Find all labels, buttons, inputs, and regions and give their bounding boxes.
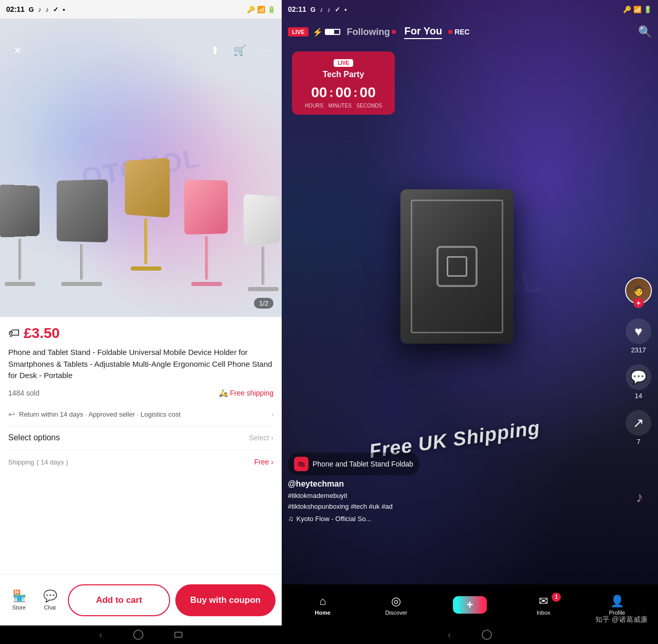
hashtag-2[interactable]: #tiktokshopunboxing #tech #uk #ad bbox=[288, 503, 393, 510]
shipping-right: Free › bbox=[254, 458, 273, 466]
shipping-chevron: › bbox=[271, 458, 273, 466]
live-badge[interactable]: LIVE bbox=[288, 27, 308, 37]
tiktok-top-nav: LIVE ⚡ Following For You REC 🔍 bbox=[282, 19, 658, 45]
creator-avatar-container[interactable]: 🧑 + bbox=[625, 277, 652, 304]
chat-icon: 💬 bbox=[43, 589, 57, 603]
video-content bbox=[307, 51, 607, 481]
right-panel: 02:11 G ♪ ♪ ✓ • 🔑 📶 🔋 OTOKOL LIVE ⚡ Foll… bbox=[282, 0, 658, 644]
follow-plus-button[interactable]: + bbox=[633, 298, 644, 308]
hashtags: #tiktokmademebuyit #tiktokshopunboxing #… bbox=[288, 491, 622, 512]
right-back-button[interactable]: ‹ bbox=[448, 630, 451, 640]
comment-icon: 💬 bbox=[626, 364, 651, 390]
live-card-badge: LIVE bbox=[334, 59, 353, 67]
heart-icon: ♥ bbox=[626, 318, 651, 344]
flash-icon: ⚡ bbox=[313, 27, 323, 37]
product-title: Phone and Tablet Stand - Foldable Univer… bbox=[8, 347, 273, 382]
product-info: 🏷 £3.50 Phone and Tablet Stand - Foldabl… bbox=[0, 317, 282, 574]
share-button-right[interactable]: ↗ 7 bbox=[626, 410, 651, 445]
hours-label: HOURS bbox=[305, 103, 323, 109]
tiktok-check-icon: ✓ bbox=[335, 6, 340, 13]
tiktok-dot-icon: • bbox=[344, 6, 347, 13]
add-to-cart-button[interactable]: Add to cart bbox=[68, 584, 170, 616]
song-title: Kyoto Flow - Official So... bbox=[297, 515, 372, 523]
buy-with-coupon-button[interactable]: Buy with coupon bbox=[175, 584, 276, 616]
return-policy-row[interactable]: ↩ Return within 14 days · Approved selle… bbox=[8, 403, 273, 426]
post-button[interactable]: + bbox=[457, 596, 483, 614]
live-card-title: Tech Party bbox=[302, 70, 385, 79]
share-icon: ↗ bbox=[626, 410, 651, 436]
search-icon[interactable]: 🔍 bbox=[638, 25, 652, 39]
countdown-row: 00 : 00 : 00 bbox=[302, 84, 385, 101]
like-count: 2317 bbox=[631, 346, 646, 354]
select-options-row[interactable]: Select options Select › bbox=[8, 426, 273, 450]
discover-nav-item[interactable]: ◎ Discover bbox=[381, 595, 412, 616]
following-tab[interactable]: Following bbox=[346, 27, 390, 38]
share-button[interactable]: ⬆ bbox=[206, 41, 224, 60]
post-nav-item[interactable]: + bbox=[454, 596, 485, 614]
comment-button[interactable]: 💬 14 bbox=[626, 364, 651, 400]
sold-count: 1484 sold bbox=[8, 389, 40, 397]
right-watermark-label: 知乎 @诸葛威廉 bbox=[595, 615, 648, 624]
product-image-container: ✕ ⬆ 🛒 ⋯ OTOKOL bbox=[0, 19, 282, 317]
chevron-right-icon: › bbox=[271, 410, 273, 418]
store-button[interactable]: 🏪 Store bbox=[6, 589, 32, 611]
back-button[interactable]: ‹ bbox=[99, 630, 102, 640]
shop-icon: 🛍 bbox=[294, 457, 308, 471]
meta-row: 1484 sold 🛵 Free shipping bbox=[8, 389, 273, 397]
home-label: Home bbox=[315, 610, 331, 616]
profile-nav-item[interactable]: 👤 Profile bbox=[601, 595, 632, 616]
return-policy-text: Return within 14 days · Approved seller … bbox=[19, 410, 180, 418]
live-countdown-card[interactable]: LIVE Tech Party 00 : 00 : 00 HOURS MINUT… bbox=[292, 51, 395, 115]
stand-illustration bbox=[0, 175, 282, 286]
shipping-row[interactable]: Shipping ( 14 days ) Free › bbox=[8, 450, 273, 474]
music-row[interactable]: ♫ Kyoto Flow - Official So... bbox=[288, 514, 622, 523]
comment-count: 14 bbox=[635, 392, 642, 400]
like-button[interactable]: ♥ 2317 bbox=[626, 318, 651, 354]
tiktok-time: 02:11 bbox=[288, 5, 306, 13]
chat-button[interactable]: 💬 Chat bbox=[37, 589, 63, 611]
shop-product-row[interactable]: 🛍 Phone and Tablet Stand Foldab bbox=[288, 453, 419, 475]
right-home-button[interactable] bbox=[482, 630, 492, 640]
key-icon: 🔑 bbox=[247, 6, 255, 13]
tiktok-icon-2: ♪ bbox=[45, 6, 49, 13]
inbox-nav-item[interactable]: ✉ Inbox 1 bbox=[528, 595, 559, 616]
seconds-label: SECONDS bbox=[357, 103, 382, 109]
hashtag-1[interactable]: #tiktokmademebuyit bbox=[288, 492, 348, 499]
tiktok-icon-4: ♪ bbox=[327, 6, 331, 13]
countdown-minutes: 00 bbox=[335, 84, 351, 101]
tiktok-battery-bar bbox=[325, 29, 340, 35]
select-right: Select › bbox=[249, 434, 273, 442]
return-icon: ↩ bbox=[8, 409, 15, 419]
battery-icon: 🔋 bbox=[267, 6, 276, 13]
cart-button[interactable]: 🛒 bbox=[230, 41, 249, 60]
countdown-labels: HOURS MINUTES SECONDS bbox=[302, 103, 385, 109]
right-actions: 🧑 + ♥ 2317 💬 14 ↗ 7 bbox=[625, 277, 652, 445]
free-shipping-label: Free shipping bbox=[230, 389, 273, 397]
inbox-label: Inbox bbox=[537, 610, 551, 616]
music-note-icon: ♫ bbox=[288, 514, 294, 523]
tiktok-battery-icon: 🔋 bbox=[644, 6, 652, 13]
bottom-info: 🛍 Phone and Tablet Stand Foldab @heytech… bbox=[288, 453, 622, 523]
following-dot bbox=[392, 30, 396, 34]
home-icon: ⌂ bbox=[319, 595, 326, 608]
tiktok-logo-icon: ♪ bbox=[636, 489, 643, 506]
select-options-label: Select options bbox=[8, 433, 60, 442]
home-button[interactable] bbox=[133, 630, 143, 640]
tiktok-video[interactable]: OTOKOL LIVE ⚡ Following For You REC 🔍 LI… bbox=[282, 0, 658, 584]
free-shipping-badge: 🛵 Free shipping bbox=[219, 389, 273, 397]
recents-button[interactable] bbox=[174, 632, 182, 638]
profile-label: Profile bbox=[609, 610, 625, 616]
close-button[interactable]: ✕ bbox=[8, 41, 27, 60]
shipping-icon: 🛵 bbox=[219, 389, 228, 397]
home-nav-item[interactable]: ⌂ Home bbox=[307, 595, 338, 616]
inbox-icon: ✉ bbox=[539, 595, 548, 608]
more-button[interactable]: ⋯ bbox=[255, 41, 273, 60]
check-icon: ✓ bbox=[53, 6, 59, 13]
username[interactable]: @heytechman bbox=[288, 479, 622, 489]
tiktok-status-bar: 02:11 G ♪ ♪ ✓ • 🔑 📶 🔋 bbox=[282, 0, 658, 19]
store-label: Store bbox=[12, 604, 26, 611]
for-you-tab[interactable]: For You bbox=[404, 25, 442, 39]
tiktok-battery-icons: 🔑 📶 🔋 bbox=[623, 6, 652, 13]
shipping-cost: Free bbox=[254, 458, 269, 466]
shipping-title: Shipping bbox=[8, 458, 34, 466]
